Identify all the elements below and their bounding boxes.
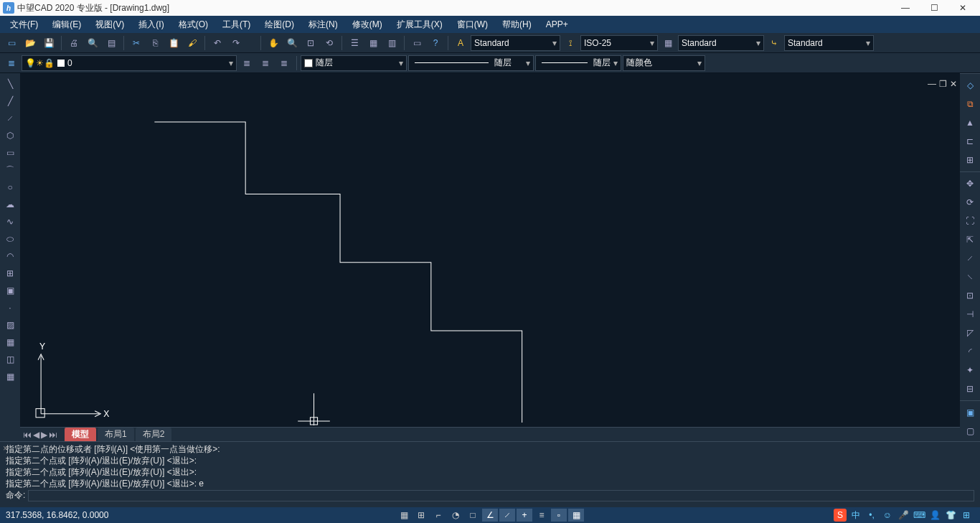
layer-dropdown[interactable]: 💡 ☀ 🔒 0 ▾: [22, 55, 237, 71]
menu-insert[interactable]: 插入(I): [131, 16, 171, 33]
gradient-icon[interactable]: ▦: [2, 334, 18, 350]
linetype-dropdown[interactable]: 随层 ▾: [408, 55, 534, 71]
tool-palette-icon[interactable]: ▥: [383, 34, 400, 52]
menu-app[interactable]: APP+: [539, 16, 575, 33]
cut-icon[interactable]: ✂: [128, 34, 145, 52]
color-dropdown[interactable]: 随层 ▾: [301, 55, 407, 71]
tab-prev-icon[interactable]: ◀: [33, 430, 39, 440]
redo-icon[interactable]: ↷: [227, 34, 245, 52]
insert-block-icon[interactable]: ⊞: [2, 265, 18, 281]
snap-grid-icon[interactable]: ▦: [396, 509, 412, 522]
array-icon[interactable]: ⊞: [961, 151, 979, 169]
explode-icon[interactable]: ✦: [961, 362, 979, 379]
polar-icon[interactable]: ◔: [448, 509, 463, 522]
tab-next-icon[interactable]: ▶: [41, 430, 47, 440]
circle-icon[interactable]: ○: [2, 179, 18, 195]
ime-lang-icon[interactable]: 中: [849, 509, 862, 522]
arc-icon[interactable]: ⌒: [2, 162, 18, 178]
print-icon[interactable]: 🖨: [65, 34, 83, 52]
pan-icon[interactable]: ✋: [265, 34, 282, 52]
ime-skin-icon[interactable]: 👕: [944, 509, 957, 522]
zoom-window-icon[interactable]: ⊡: [302, 34, 319, 52]
ime-keyboard-icon[interactable]: ⌨: [913, 509, 925, 522]
vp-restore-icon[interactable]: ❐: [939, 79, 947, 89]
lineweight-toggle-icon[interactable]: +: [517, 509, 532, 522]
close-button[interactable]: ✕: [948, 0, 977, 16]
drawing-canvas[interactable]: Y X — ❐ ✕: [20, 73, 960, 427]
polygon-icon[interactable]: ⬡: [2, 128, 18, 143]
tab-layout2[interactable]: 布局2: [136, 428, 172, 441]
paste-icon[interactable]: 📋: [165, 34, 182, 52]
menu-dimension[interactable]: 标注(N): [301, 16, 345, 33]
properties-icon[interactable]: ☰: [346, 34, 363, 52]
copy-obj-icon[interactable]: ⧉: [961, 95, 979, 113]
chamfer-icon[interactable]: ◸: [961, 324, 979, 341]
menu-extend[interactable]: 扩展工具(X): [390, 16, 450, 33]
ime-person-icon[interactable]: 👤: [928, 509, 941, 522]
lineweight-dropdown[interactable]: 随层 ▾: [535, 55, 621, 71]
ellipse-arc-icon[interactable]: ◠: [2, 248, 18, 264]
ime-settings-icon[interactable]: ⊞: [960, 509, 973, 522]
ime-sogou-icon[interactable]: S: [834, 509, 847, 522]
otrack-icon[interactable]: ∠: [482, 509, 498, 522]
ime-punct-icon[interactable]: •,: [865, 509, 878, 522]
text-style-dropdown[interactable]: Standard ▾: [471, 35, 560, 51]
region-icon[interactable]: ◫: [2, 352, 18, 367]
line-icon[interactable]: ╲: [2, 76, 18, 92]
cmd-close-icon[interactable]: ×: [3, 443, 11, 453]
menu-edit[interactable]: 编辑(E): [45, 16, 88, 33]
command-input[interactable]: [28, 490, 974, 501]
layer-props-icon[interactable]: ≣: [275, 55, 293, 72]
menu-window[interactable]: 窗口(W): [450, 16, 495, 33]
layer-previous-icon[interactable]: ≣: [257, 55, 274, 72]
tab-last-icon[interactable]: ⏭: [49, 430, 57, 440]
save-file-icon[interactable]: 💾: [40, 34, 57, 52]
menu-draw[interactable]: 绘图(D): [258, 16, 301, 33]
make-block-icon[interactable]: ▣: [2, 283, 18, 298]
table-icon[interactable]: ▦: [2, 369, 18, 385]
vp-minimize-icon[interactable]: —: [928, 79, 936, 89]
match-properties-icon[interactable]: 🖌: [184, 34, 201, 52]
xline-icon[interactable]: ╱: [2, 93, 18, 109]
menu-tools[interactable]: 工具(T): [215, 16, 258, 33]
calculator-icon[interactable]: ▭: [408, 34, 425, 52]
ortho-icon[interactable]: ⌐: [430, 509, 446, 522]
annotation-icon[interactable]: ▦: [568, 509, 584, 522]
tab-first-icon[interactable]: ⏮: [23, 430, 32, 440]
ellipse-icon[interactable]: ⬭: [2, 231, 18, 247]
polyline-icon[interactable]: ⟋: [2, 110, 18, 126]
rectangle-icon[interactable]: ▭: [2, 145, 18, 161]
tab-layout1[interactable]: 布局1: [98, 428, 134, 441]
mleader-style-dropdown[interactable]: Standard ▾: [784, 35, 874, 51]
zoom-realtime-icon[interactable]: 🔍: [283, 34, 301, 52]
print-preview-icon[interactable]: 🔍: [84, 34, 101, 52]
extend-icon[interactable]: ⟍: [961, 268, 979, 286]
dim-style-icon[interactable]: ⟟: [562, 34, 579, 52]
trim-icon[interactable]: ⟋: [961, 250, 979, 267]
dyn-input-icon[interactable]: ⟋: [499, 509, 515, 522]
menu-format[interactable]: 格式(O): [171, 16, 215, 33]
model-space-icon[interactable]: ≡: [534, 509, 550, 522]
hatch-icon[interactable]: ▨: [2, 317, 18, 333]
grid-display-icon[interactable]: ⊞: [413, 509, 429, 522]
undo-icon[interactable]: ↶: [209, 34, 226, 52]
fillet-icon[interactable]: ◜: [961, 343, 979, 360]
join-icon[interactable]: ⊣: [961, 306, 979, 323]
ungroup-icon[interactable]: ▢: [961, 423, 979, 440]
ime-mic-icon[interactable]: 🎤: [897, 509, 910, 522]
mirror-icon[interactable]: ▲: [961, 114, 979, 131]
move-icon[interactable]: ✥: [961, 175, 979, 192]
ime-emoji-icon[interactable]: ☺: [881, 509, 894, 522]
vp-close-icon[interactable]: ✕: [950, 79, 957, 89]
tab-model[interactable]: 模型: [65, 428, 96, 441]
mleader-style-icon[interactable]: ⤷: [765, 34, 783, 52]
point-icon[interactable]: ·: [2, 300, 18, 316]
menu-file[interactable]: 文件(F): [3, 16, 45, 33]
scale-icon[interactable]: ⛶: [961, 212, 979, 230]
minimize-button[interactable]: —: [891, 0, 920, 16]
layer-state-icon[interactable]: ≣: [238, 55, 255, 72]
copy-icon[interactable]: ⎘: [146, 34, 164, 52]
menu-view[interactable]: 视图(V): [88, 16, 131, 33]
maximize-button[interactable]: ☐: [920, 0, 948, 16]
cycle-icon[interactable]: ▫: [551, 509, 567, 522]
